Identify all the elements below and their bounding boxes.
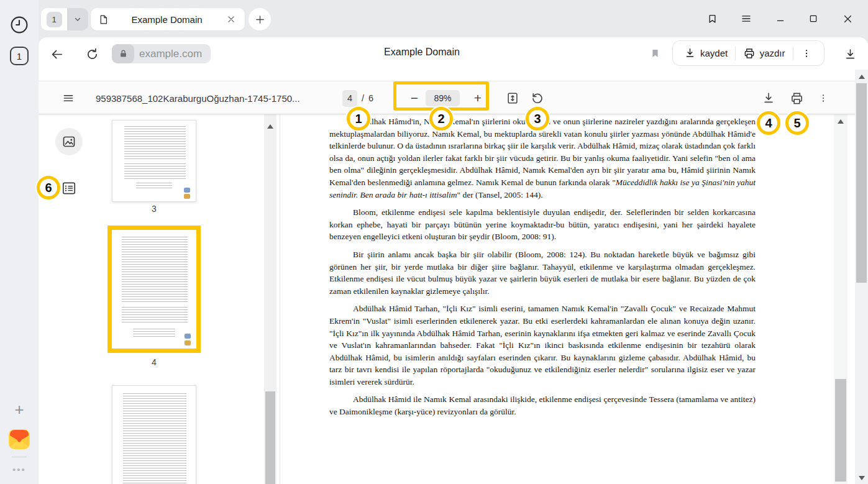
new-tab-button[interactable] bbox=[249, 8, 271, 30]
rail-more-button[interactable]: ••• bbox=[9, 462, 30, 476]
annotation-circle-6: 6 bbox=[37, 176, 60, 199]
page-icon bbox=[98, 14, 109, 25]
page-actions-more-button[interactable] bbox=[793, 41, 820, 65]
window-close-icon bbox=[843, 14, 853, 24]
window-close-button[interactable] bbox=[836, 7, 859, 30]
tab-group-button[interactable]: 1 bbox=[41, 8, 67, 30]
printer-icon bbox=[790, 91, 804, 106]
annotation-circle-5: 5 bbox=[785, 111, 809, 135]
rail-divider bbox=[12, 457, 27, 457]
rail-new-tab-button[interactable]: + bbox=[10, 400, 29, 419]
image-thumbnails-icon bbox=[62, 134, 76, 149]
browser-scrollbar[interactable] bbox=[855, 70, 868, 484]
address-bar: example.com Example Domain kaydet yazdır bbox=[39, 37, 868, 70]
document-text: Abdülhak Hâmıd'in, Namık Kemal'ın şiirle… bbox=[329, 116, 756, 484]
sidebar-tab-count-label: 1 bbox=[17, 51, 22, 62]
thumbnail-page-content bbox=[124, 163, 186, 180]
thumbnails-view-button[interactable] bbox=[55, 128, 83, 155]
page-actions-toolbar: kaydet yazdır bbox=[672, 40, 825, 66]
clock-icon bbox=[9, 15, 29, 35]
tab-example-domain[interactable]: Example Domain bbox=[91, 8, 245, 30]
thumbnail-page-content bbox=[122, 237, 188, 303]
document-paragraph: Bloom, etkilenme endişesi sele kapılma b… bbox=[329, 206, 756, 243]
printer-icon bbox=[743, 47, 756, 60]
url-text: example.com bbox=[139, 48, 202, 60]
scroll-up-arrow[interactable] bbox=[859, 75, 865, 79]
thumbnail-page-4[interactable] bbox=[112, 230, 196, 349]
document-paragraph: Abdülhak Hâmid Tarhan, "İçli Kız" isimli… bbox=[329, 303, 756, 388]
thumbnail-page-3[interactable] bbox=[112, 120, 196, 202]
sidebar-tab-counter[interactable]: 1 bbox=[10, 47, 29, 65]
window-minimize-button[interactable] bbox=[769, 7, 792, 30]
kebab-menu-icon bbox=[802, 48, 811, 59]
annotation-circle-2: 2 bbox=[429, 107, 453, 130]
print-button-label: yazdır bbox=[760, 48, 785, 58]
thumbnail-page-content bbox=[134, 329, 174, 337]
print-button[interactable]: yazdır bbox=[736, 41, 793, 65]
thumbnail-logo-mark bbox=[185, 340, 191, 345]
minimize-icon bbox=[775, 14, 785, 24]
thumbnail-page-4-highlight[interactable] bbox=[107, 226, 201, 353]
pdf-more-button[interactable] bbox=[815, 81, 831, 115]
window-maximize-button[interactable] bbox=[802, 7, 825, 30]
lock-badge[interactable] bbox=[112, 44, 134, 63]
save-button-label: kaydet bbox=[700, 48, 728, 58]
browser-scrollbar-thumb[interactable] bbox=[856, 83, 867, 283]
thumbnails-scrollbar-thumb[interactable] bbox=[265, 391, 275, 484]
site-address-pill[interactable]: example.com bbox=[112, 44, 211, 63]
thumbnail-page-4-label: 4 bbox=[112, 357, 196, 367]
tab-group-chip[interactable]: 1 bbox=[41, 8, 88, 30]
scroll-up-arrow[interactable] bbox=[267, 124, 273, 129]
lock-icon bbox=[119, 49, 128, 58]
total-pages: 6 bbox=[368, 93, 373, 103]
reload-icon bbox=[85, 47, 99, 62]
current-page-input[interactable]: 4 bbox=[342, 90, 357, 107]
bookmarks-panel-button[interactable] bbox=[701, 7, 723, 30]
pane-divider bbox=[280, 114, 280, 484]
document-paragraph: Abdülhak Hâmid ile Namık Kemal arasındak… bbox=[329, 393, 756, 418]
browser-window: 1 + ••• 1 bbox=[0, 0, 868, 484]
reload-button[interactable] bbox=[84, 46, 100, 62]
thumbnail-logo-mark bbox=[184, 188, 190, 193]
thumbnail-page-content bbox=[136, 183, 173, 190]
history-clock-button[interactable] bbox=[9, 15, 29, 35]
pdf-print-button[interactable] bbox=[787, 81, 806, 115]
pdf-filename: 959387568_102KaraburguOğuzhan-1745-1750.… bbox=[96, 81, 336, 115]
thumbnail-page-3-label: 3 bbox=[112, 204, 196, 214]
back-arrow-icon bbox=[50, 47, 64, 62]
downloads-button[interactable] bbox=[841, 45, 859, 63]
browser-menu-button[interactable] bbox=[735, 7, 757, 30]
kebab-menu-icon bbox=[818, 93, 828, 104]
scroll-down-arrow[interactable] bbox=[859, 476, 865, 480]
thumbnail-logo-mark bbox=[185, 334, 191, 339]
pdf-download-button[interactable] bbox=[759, 81, 778, 115]
pdf-scrollbar-thumb[interactable] bbox=[835, 379, 846, 482]
annotation-circle-1: 1 bbox=[347, 107, 370, 130]
save-button[interactable]: kaydet bbox=[677, 41, 735, 65]
thumbnail-page-content bbox=[123, 393, 186, 484]
yandex-mail-icon bbox=[8, 428, 30, 450]
fit-page-icon bbox=[506, 91, 519, 105]
more-dots-icon: ••• bbox=[12, 464, 26, 475]
tab-close-button[interactable] bbox=[225, 13, 237, 25]
document-paragraph: Bir şiirin anlamı ancak başka bir şiir o… bbox=[329, 249, 756, 297]
maximize-icon bbox=[808, 14, 818, 24]
bookmark-page-button[interactable] bbox=[647, 46, 662, 61]
plus-icon: + bbox=[14, 400, 24, 419]
browser-side-rail: 1 + ••• bbox=[0, 0, 39, 484]
back-button[interactable] bbox=[48, 46, 65, 62]
thumbnail-page-5[interactable] bbox=[112, 385, 196, 484]
thumbnails-scrollbar[interactable] bbox=[264, 114, 276, 484]
yandex-mail-button[interactable] bbox=[8, 428, 30, 450]
hamburger-icon bbox=[62, 92, 75, 104]
pdf-viewer: 959387568_102KaraburguOğuzhan-1745-1750.… bbox=[39, 70, 868, 484]
annotation-circle-4: 4 bbox=[757, 111, 780, 135]
pdf-sidebar-toggle-button[interactable] bbox=[62, 81, 75, 115]
annotation-circle-3: 3 bbox=[526, 107, 549, 130]
fit-to-page-button[interactable] bbox=[503, 81, 522, 115]
scroll-up-arrow[interactable] bbox=[838, 119, 844, 124]
pdf-content-scrollbar[interactable] bbox=[834, 114, 847, 484]
outline-view-button[interactable] bbox=[61, 180, 77, 196]
tab-group-count-badge: 1 bbox=[47, 12, 62, 27]
tab-group-expand-button[interactable] bbox=[67, 8, 88, 30]
